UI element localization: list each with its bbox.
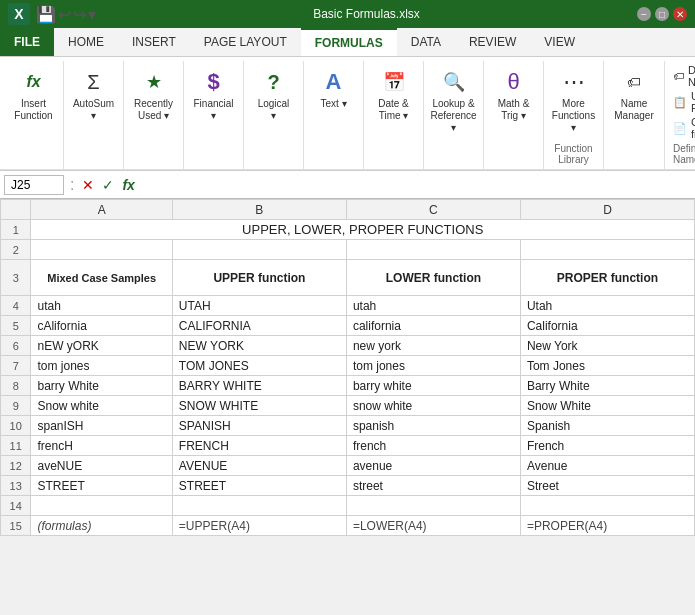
- cell-r14-c1[interactable]: [31, 496, 172, 516]
- dropdown-icon[interactable]: ▾: [88, 5, 96, 24]
- col-header-c[interactable]: C: [346, 200, 520, 220]
- minimize-button[interactable]: −: [637, 7, 651, 21]
- cell-r11-c3[interactable]: french: [346, 436, 520, 456]
- cell-r6-c2[interactable]: NEW YORK: [172, 336, 346, 356]
- cell-r5-c2[interactable]: CALIFORNIA: [172, 316, 346, 336]
- tab-file[interactable]: FILE: [0, 28, 54, 56]
- cell-r7-c3[interactable]: tom jones: [346, 356, 520, 376]
- cancel-formula-icon[interactable]: ✕: [80, 177, 96, 193]
- cell-r9-c4[interactable]: Snow White: [520, 396, 694, 416]
- fx-icon: fx: [18, 66, 50, 98]
- cell-r13-c3[interactable]: street: [346, 476, 520, 496]
- lookup-button[interactable]: 🔍 Lookup &Reference ▾: [425, 63, 481, 137]
- cell-r6-c1[interactable]: nEW yORK: [31, 336, 172, 356]
- redo-icon[interactable]: ↪: [73, 5, 86, 24]
- cell-r4-c4[interactable]: Utah: [520, 296, 694, 316]
- cell-r11-c1[interactable]: frencH: [31, 436, 172, 456]
- cell-r14-c4[interactable]: [520, 496, 694, 516]
- cell-r15-c4[interactable]: =PROPER(A4): [520, 516, 694, 536]
- cell-r4-c3[interactable]: utah: [346, 296, 520, 316]
- cell-r10-c3[interactable]: spanish: [346, 416, 520, 436]
- tab-view[interactable]: VIEW: [530, 28, 589, 56]
- cell-r7-c1[interactable]: tom jones: [31, 356, 172, 376]
- cell-r10-c1[interactable]: spanISH: [31, 416, 172, 436]
- cell-r15-c1[interactable]: (formulas): [31, 516, 172, 536]
- cell-r2-c4[interactable]: [520, 240, 694, 260]
- cell-r8-c2[interactable]: BARRY WHITE: [172, 376, 346, 396]
- cell-r12-c2[interactable]: AVENUE: [172, 456, 346, 476]
- cell-r5-c1[interactable]: cAlifornia: [31, 316, 172, 336]
- cell-r12-c1[interactable]: aveNUE: [31, 456, 172, 476]
- cell-r8-c4[interactable]: Barry White: [520, 376, 694, 396]
- undo-redo-controls[interactable]: 💾 ↩ ↪ ▾: [36, 5, 96, 24]
- cell-r9-c1[interactable]: Snow white: [31, 396, 172, 416]
- cell-r9-c3[interactable]: snow white: [346, 396, 520, 416]
- lookup-icon: 🔍: [438, 66, 470, 98]
- cell-r2-c1[interactable]: [31, 240, 172, 260]
- cell-r11-c4[interactable]: French: [520, 436, 694, 456]
- cell-r13-c2[interactable]: STREET: [172, 476, 346, 496]
- col-header-a[interactable]: A: [31, 200, 172, 220]
- cell-r1-c1[interactable]: UPPER, LOWER, PROPER FUNCTIONS: [31, 220, 695, 240]
- cell-r15-c2[interactable]: =UPPER(A4): [172, 516, 346, 536]
- cell-r4-c2[interactable]: UTAH: [172, 296, 346, 316]
- autosum-button-group: Σ AutoSum ▾: [68, 63, 119, 169]
- cell-r7-c4[interactable]: Tom Jones: [520, 356, 694, 376]
- cell-r3-c1[interactable]: Mixed Case Samples: [31, 260, 172, 296]
- tab-review[interactable]: REVIEW: [455, 28, 530, 56]
- tab-data[interactable]: DATA: [397, 28, 455, 56]
- cell-r6-c4[interactable]: New York: [520, 336, 694, 356]
- cell-r10-c4[interactable]: Spanish: [520, 416, 694, 436]
- cell-r3-c2[interactable]: UPPER function: [172, 260, 346, 296]
- tab-page-layout[interactable]: PAGE LAYOUT: [190, 28, 301, 56]
- cell-r2-c3[interactable]: [346, 240, 520, 260]
- undo-icon[interactable]: ↩: [58, 5, 71, 24]
- close-button[interactable]: ✕: [673, 7, 687, 21]
- maximize-button[interactable]: □: [655, 7, 669, 21]
- cell-r10-c2[interactable]: SPANISH: [172, 416, 346, 436]
- cell-r3-c3[interactable]: LOWER function: [346, 260, 520, 296]
- cell-r9-c2[interactable]: SNOW WHITE: [172, 396, 346, 416]
- cell-r8-c1[interactable]: barry White: [31, 376, 172, 396]
- math-button[interactable]: θ Math &Trig ▾: [493, 63, 535, 125]
- col-header-d[interactable]: D: [520, 200, 694, 220]
- cell-reference-box[interactable]: [4, 175, 64, 195]
- window-controls[interactable]: − □ ✕: [637, 7, 687, 21]
- tab-formulas[interactable]: FORMULAS: [301, 28, 397, 56]
- cell-r12-c3[interactable]: avenue: [346, 456, 520, 476]
- more-functions-button[interactable]: ⋯ MoreFunctions ▾: [547, 63, 600, 137]
- save-icon[interactable]: 💾: [36, 5, 56, 24]
- name-manager-button[interactable]: 🏷 NameManager: [609, 63, 659, 125]
- cell-r2-c2[interactable]: [172, 240, 346, 260]
- recently-used-button[interactable]: ★ RecentlyUsed ▾: [129, 63, 178, 125]
- create-from-item[interactable]: 📄 Create from...: [673, 115, 695, 141]
- formula-input[interactable]: [141, 176, 691, 194]
- confirm-formula-icon[interactable]: ✓: [100, 177, 116, 193]
- cell-r12-c4[interactable]: Avenue: [520, 456, 694, 476]
- cell-r5-c4[interactable]: California: [520, 316, 694, 336]
- cell-r7-c2[interactable]: TOM JONES: [172, 356, 346, 376]
- cell-r3-c4[interactable]: PROPER function: [520, 260, 694, 296]
- cell-r6-c3[interactable]: new york: [346, 336, 520, 356]
- col-header-b[interactable]: B: [172, 200, 346, 220]
- logical-button[interactable]: ? Logical ▾: [252, 63, 295, 125]
- tab-home[interactable]: HOME: [54, 28, 118, 56]
- cell-r8-c3[interactable]: barry white: [346, 376, 520, 396]
- cell-r14-c3[interactable]: [346, 496, 520, 516]
- tab-insert[interactable]: INSERT: [118, 28, 190, 56]
- insert-function-bar-icon[interactable]: fx: [120, 177, 136, 193]
- cell-r13-c4[interactable]: Street: [520, 476, 694, 496]
- cell-r11-c2[interactable]: FRENCH: [172, 436, 346, 456]
- cell-r4-c1[interactable]: utah: [31, 296, 172, 316]
- use-in-formula-item[interactable]: 📋 Use in Form...: [673, 89, 695, 115]
- cell-r15-c3[interactable]: =LOWER(A4): [346, 516, 520, 536]
- date-time-button[interactable]: 📅 Date &Time ▾: [373, 63, 415, 125]
- financial-button[interactable]: $ Financial ▾: [188, 63, 238, 125]
- cell-r14-c2[interactable]: [172, 496, 346, 516]
- cell-r5-c3[interactable]: california: [346, 316, 520, 336]
- autosum-button[interactable]: Σ AutoSum ▾: [68, 63, 119, 125]
- define-name-item[interactable]: 🏷 Define Nam...: [673, 63, 695, 89]
- text-button[interactable]: A Text ▾: [313, 63, 355, 113]
- insert-function-button[interactable]: fx InsertFunction: [9, 63, 57, 125]
- cell-r13-c1[interactable]: STREET: [31, 476, 172, 496]
